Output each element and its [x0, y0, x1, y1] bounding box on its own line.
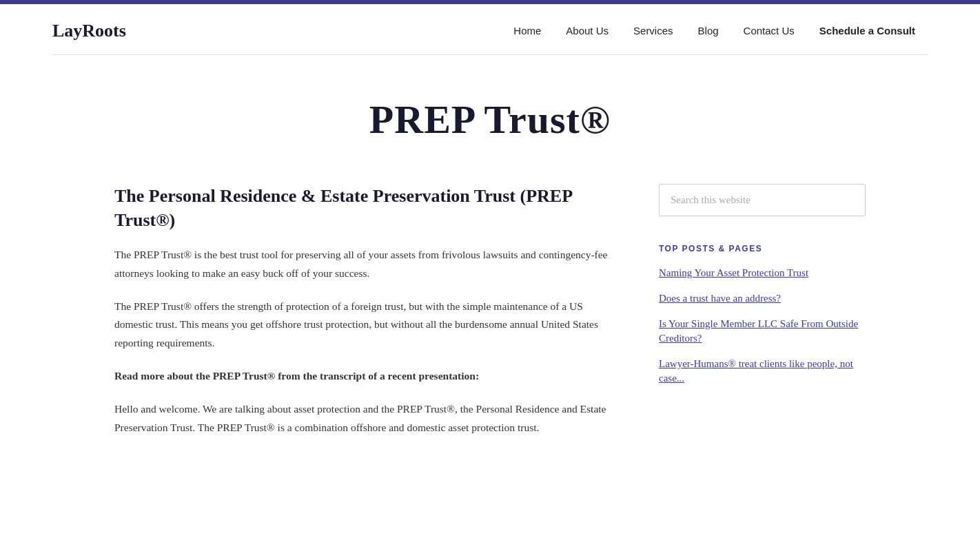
search-box-container	[659, 184, 866, 216]
nav-home[interactable]: Home	[501, 19, 553, 42]
article-body: The PREP Trust® is the best trust tool f…	[114, 246, 617, 437]
site-header: LayRoots Home About Us Services Blog Con…	[52, 4, 928, 55]
top-posts-section: TOP POSTS & PAGES Naming Your Asset Prot…	[659, 244, 866, 386]
site-logo[interactable]: LayRoots	[52, 21, 126, 41]
article-heading: The Personal Residence & Estate Preserva…	[114, 184, 617, 232]
main-nav: Home About Us Services Blog Contact Us S…	[501, 19, 928, 42]
top-post-2[interactable]: Does a trust have an address?	[659, 291, 866, 306]
nav-contact[interactable]: Contact Us	[731, 19, 807, 42]
nav-blog[interactable]: Blog	[686, 19, 731, 42]
search-input[interactable]	[659, 184, 866, 216]
article-bold-span: Read more about the PREP Trust® from the…	[114, 370, 479, 382]
page-title: PREP Trust®	[14, 96, 966, 143]
nav-schedule[interactable]: Schedule a Consult	[807, 19, 928, 42]
article-paragraph-3: Hello and welcome. We are talking about …	[114, 400, 617, 437]
article-bold-text: Read more about the PREP Trust® from the…	[114, 367, 617, 385]
top-posts-title: TOP POSTS & PAGES	[659, 244, 866, 253]
article-paragraph-2: The PREP Trust® offers the strength of p…	[114, 298, 617, 352]
nav-about[interactable]: About Us	[553, 19, 621, 42]
page-hero: PREP Trust®	[0, 55, 980, 170]
article-paragraph-1: The PREP Trust® is the best trust tool f…	[114, 246, 617, 282]
sidebar: TOP POSTS & PAGES Naming Your Asset Prot…	[659, 184, 866, 452]
top-post-3[interactable]: Is Your Single Member LLC Safe From Outs…	[659, 317, 866, 346]
top-post-1[interactable]: Naming Your Asset Protection Trust	[659, 266, 866, 280]
main-content: The Personal Residence & Estate Preserva…	[114, 184, 617, 452]
nav-services[interactable]: Services	[621, 19, 686, 42]
top-post-4[interactable]: Lawyer-Humans® treat clients like people…	[659, 357, 866, 386]
